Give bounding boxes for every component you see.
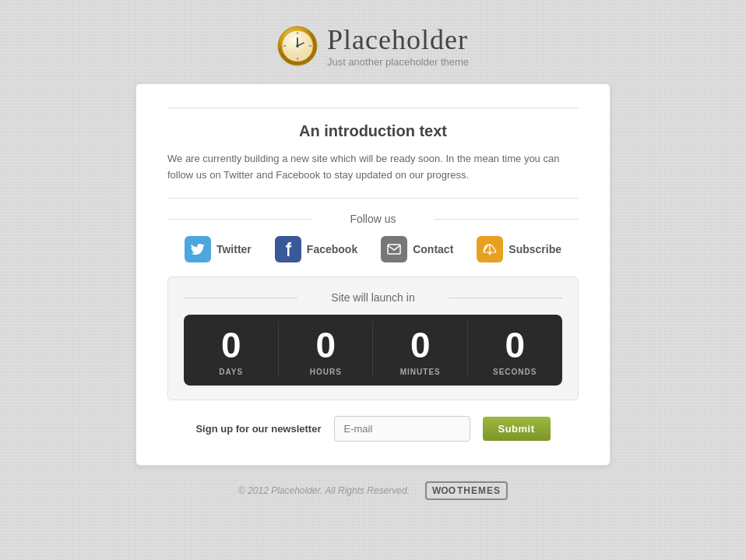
- site-header: Placeholder Just another placeholder the…: [277, 0, 469, 83]
- woo-text: WOO: [432, 485, 456, 496]
- hours-value: 0: [315, 327, 336, 363]
- header-text: Placeholder Just another placeholder the…: [327, 23, 469, 68]
- newsletter-section: Sign up for our newsletter Submit: [167, 416, 579, 442]
- contact-icon: [381, 236, 407, 262]
- countdown-timer: 0 DAYS 0 HOURS 0 MINUTES 0 SECONDS: [184, 315, 562, 386]
- countdown-title: Site will launch in: [184, 291, 562, 304]
- site-subtitle: Just another placeholder theme: [327, 56, 469, 68]
- twitter-link[interactable]: Twitter: [185, 236, 252, 262]
- subscribe-icon: [477, 236, 503, 262]
- themes-text: THEMES: [457, 485, 501, 496]
- email-input[interactable]: [334, 416, 470, 442]
- days-label: DAYS: [219, 368, 243, 376]
- seconds-value: 0: [505, 327, 525, 363]
- twitter-icon: [185, 236, 211, 262]
- copyright: © 2012 Placeholder. All Rights Reserved.: [238, 485, 410, 496]
- main-card: An introduction text We are currently bu…: [135, 83, 611, 466]
- subscribe-label: Subscribe: [508, 243, 561, 255]
- woo-themes-badge: WOO THEMES: [425, 481, 508, 500]
- countdown-seconds: 0 SECONDS: [468, 315, 563, 386]
- newsletter-label: Sign up for our newsletter: [195, 423, 321, 435]
- days-value: 0: [221, 327, 241, 363]
- clock-icon: [277, 26, 318, 66]
- intro-title: An introduction text: [167, 122, 579, 140]
- countdown-minutes: 0 MINUTES: [373, 315, 468, 386]
- submit-button[interactable]: Submit: [483, 417, 551, 441]
- svg-rect-9: [388, 245, 400, 254]
- social-links: Twitter Facebook Contact: [167, 236, 579, 262]
- contact-link[interactable]: Contact: [381, 236, 453, 262]
- svg-point-8: [296, 44, 299, 48]
- countdown-section: Site will launch in 0 DAYS 0 HOURS 0 MIN…: [167, 276, 579, 400]
- follow-title: Follow us: [167, 213, 579, 225]
- twitter-label: Twitter: [216, 243, 252, 255]
- minutes-value: 0: [410, 327, 431, 363]
- countdown-hours: 0 HOURS: [279, 315, 374, 386]
- subscribe-link[interactable]: Subscribe: [477, 236, 561, 262]
- hours-label: HOURS: [310, 368, 342, 376]
- facebook-icon: [275, 236, 301, 262]
- contact-label: Contact: [413, 243, 453, 255]
- countdown-days: 0 DAYS: [184, 315, 279, 386]
- seconds-label: SECONDS: [493, 368, 537, 376]
- follow-section: Follow us Twitter Facebook: [167, 213, 579, 262]
- intro-body: We are currently building a new site whi…: [167, 151, 579, 184]
- minutes-label: MINUTES: [400, 368, 441, 376]
- facebook-label: Facebook: [307, 243, 357, 255]
- svg-point-10: [489, 252, 491, 255]
- intro-section: An introduction text We are currently bu…: [167, 107, 579, 199]
- footer: © 2012 Placeholder. All Rights Reserved.…: [238, 481, 508, 516]
- facebook-link[interactable]: Facebook: [275, 236, 357, 262]
- site-title: Placeholder: [327, 23, 469, 56]
